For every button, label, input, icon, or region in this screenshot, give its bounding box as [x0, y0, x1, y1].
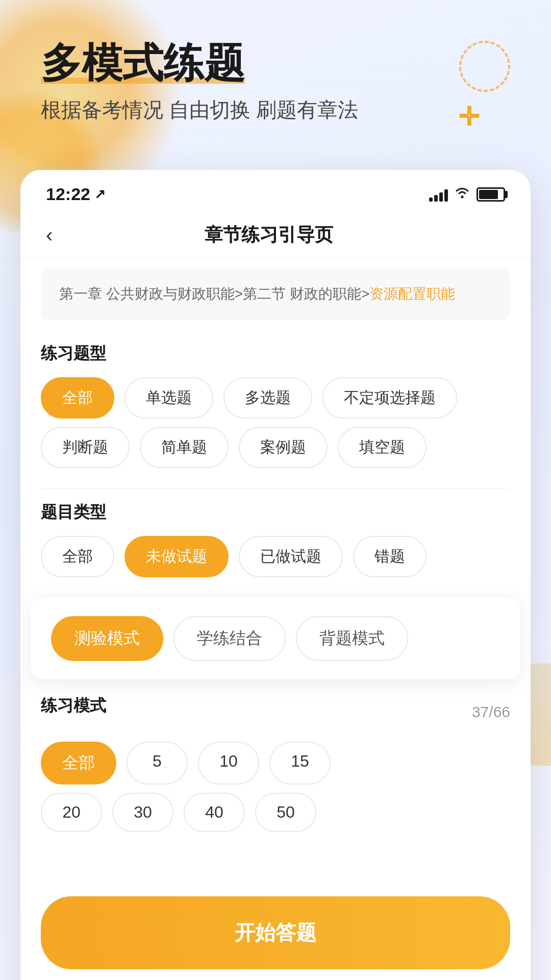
tab-recite-mode[interactable]: 背题模式 — [296, 616, 408, 661]
tag-multi[interactable]: 多选题 — [223, 377, 312, 419]
battery-icon — [477, 187, 505, 202]
tag-fill[interactable]: 填空题 — [338, 427, 427, 468]
exercise-type-label: 练习题型 — [41, 342, 510, 365]
practice-mode-label: 练习模式 — [41, 695, 106, 717]
practice-count: 37/66 — [472, 703, 510, 721]
tag-judge[interactable]: 判断题 — [41, 427, 130, 468]
mode-tabs: 测验模式 学练结合 背题模式 — [51, 616, 500, 661]
tab-test-mode[interactable]: 测验模式 — [51, 616, 163, 661]
qty-5[interactable]: 5 — [127, 742, 188, 785]
start-button[interactable]: 开始答题 — [41, 896, 510, 969]
tab-study-mode[interactable]: 学练结合 — [173, 616, 286, 661]
status-icons — [429, 185, 505, 203]
practice-qty-row1: 全部 5 10 15 — [41, 742, 510, 785]
qty-50[interactable]: 50 — [255, 793, 316, 832]
exercise-type-tags-row1: 全部 单选题 多选题 不定项选择题 — [41, 377, 510, 419]
spacer — [20, 855, 531, 876]
qty-15[interactable]: 15 — [269, 742, 331, 785]
header-area: ✛ 多模式练题 根据备考情况 自由切换 刷题有章法 — [0, 0, 551, 170]
deco-circle — [459, 41, 510, 92]
qty-all[interactable]: 全部 — [41, 742, 116, 785]
question-type-tags-row: 全部 未做试题 已做试题 错题 — [41, 536, 510, 577]
tag-wrong[interactable]: 错题 — [353, 536, 427, 577]
tag-undone[interactable]: 未做试题 — [124, 536, 229, 577]
phone-frame: 12:22 ↗ ‹ 章节 — [20, 170, 531, 980]
page-subtitle: 根据备考情况 自由切换 刷题有章法 — [41, 96, 510, 124]
page-main-title: 多模式练题 — [41, 41, 245, 86]
direction-icon: ↗ — [94, 186, 106, 202]
status-bar: 12:22 ↗ — [20, 170, 531, 212]
tag-uncertain[interactable]: 不定项选择题 — [322, 377, 457, 419]
qty-20[interactable]: 20 — [41, 793, 102, 832]
tag-all-exercise[interactable]: 全部 — [41, 377, 114, 419]
signal-icon — [429, 187, 448, 202]
qty-10[interactable]: 10 — [198, 742, 259, 785]
question-type-section: 题目类型 全部 未做试题 已做试题 错题 — [20, 489, 531, 598]
tag-simple[interactable]: 简单题 — [140, 427, 229, 468]
practice-header: 练习模式 37/66 — [41, 695, 510, 729]
deco-plus-icon: ✛ — [458, 102, 480, 132]
back-button[interactable]: ‹ — [46, 224, 53, 247]
start-btn-container: 开始答题 — [20, 876, 531, 979]
battery-fill — [479, 190, 498, 199]
exercise-type-tags-row2: 判断题 简单题 案例题 填空题 — [41, 427, 510, 468]
practice-section: 练习模式 37/66 全部 5 10 15 20 30 40 50 — [20, 679, 531, 855]
tag-single[interactable]: 单选题 — [124, 377, 213, 419]
question-type-label: 题目类型 — [41, 501, 510, 524]
wifi-icon — [454, 185, 470, 203]
nav-bar: ‹ 章节练习引导页 — [20, 212, 531, 258]
svg-point-0 — [461, 196, 464, 199]
tag-case[interactable]: 案例题 — [239, 427, 328, 468]
practice-qty-row2: 20 30 40 50 — [41, 793, 510, 832]
status-time: 12:22 ↗ — [46, 184, 106, 204]
time-display: 12:22 — [46, 184, 90, 204]
exercise-type-section: 练习题型 全部 单选题 多选题 不定项选择题 判断题 简单题 案例题 填空题 — [20, 330, 531, 488]
breadcrumb-highlight: 资源配置职能 — [369, 286, 455, 302]
qty-30[interactable]: 30 — [112, 793, 173, 832]
breadcrumb-text: 第一章 公共财政与财政职能>第二节 财政的职能>资源配置职能 — [59, 283, 492, 306]
breadcrumb: 第一章 公共财政与财政职能>第二节 财政的职能>资源配置职能 — [41, 268, 510, 320]
nav-title: 章节练习引导页 — [63, 223, 474, 248]
mode-card: 测验模式 学练结合 背题模式 — [31, 598, 520, 679]
tag-done[interactable]: 已做试题 — [239, 536, 343, 577]
tag-all-question[interactable]: 全部 — [41, 536, 114, 577]
qty-40[interactable]: 40 — [184, 793, 245, 832]
